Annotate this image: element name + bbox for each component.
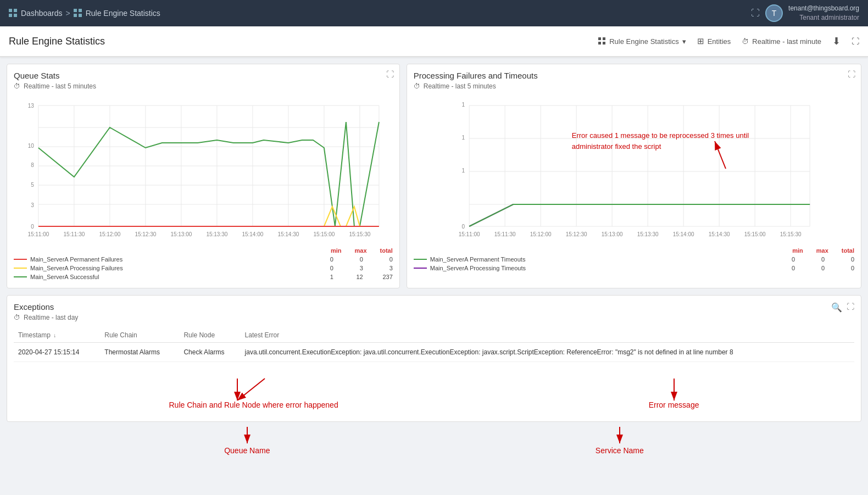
queue-stats-expand[interactable]: ⛶	[386, 70, 394, 79]
queue-stats-title: Queue Stats	[14, 71, 393, 80]
legend-line-successful	[14, 276, 27, 277]
svg-text:15:14:30: 15:14:30	[277, 231, 299, 237]
exceptions-title: Exceptions	[14, 302, 854, 312]
svg-text:1: 1	[461, 102, 465, 108]
service-name-annotation: Service Name	[596, 424, 644, 455]
annotation-rule-chain: Rule Chain and Rule Node where error hap…	[169, 373, 338, 409]
col-timestamp: Timestamp ↓	[14, 328, 100, 343]
processing-failures-time: ⏱ Realtime - last 5 minutes	[414, 82, 854, 90]
svg-text:15:14:00: 15:14:00	[242, 231, 263, 237]
svg-text:15:13:00: 15:13:00	[601, 231, 622, 237]
clock-icon-q: ⏱	[14, 82, 20, 90]
svg-text:15:15:00: 15:15:00	[313, 231, 335, 237]
sub-header-actions: Rule Engine Statistics ▾ ⊞ Entities ⏱ Re…	[598, 35, 859, 47]
legend-row-successful: Main_ServerA Successful 1 12 237	[14, 272, 393, 281]
annotation-text: Error caused 1 message to be reprocessed…	[572, 130, 759, 152]
proc-min: 0	[317, 265, 333, 271]
breadcrumb-page: Rule Engine Statistics	[86, 9, 160, 18]
svg-text:15:12:30: 15:12:30	[565, 231, 587, 237]
dashboards-link[interactable]: Dashboards	[21, 9, 63, 18]
breadcrumb-separator: >	[66, 9, 70, 18]
exceptions-toolbar: 🔍 ⛶	[831, 302, 854, 313]
legend-label-successful: Main_ServerA Successful	[30, 274, 99, 280]
user-info: tenant@thingsboard.org Tenant administra…	[788, 4, 859, 23]
processing-failures-panel: Processing Failures and Timeouts ⏱ Realt…	[407, 64, 861, 288]
svg-text:15:14:00: 15:14:00	[672, 231, 694, 237]
svg-text:0: 0	[31, 224, 34, 230]
svg-text:15:15:30: 15:15:30	[780, 231, 801, 237]
svg-text:13: 13	[28, 103, 35, 109]
svg-text:15:13:00: 15:13:00	[170, 231, 192, 237]
svg-text:3: 3	[31, 202, 34, 208]
fullscreen-icon[interactable]: ⛶	[751, 8, 760, 18]
svg-text:8: 8	[31, 162, 34, 168]
perm-max: 0	[347, 256, 363, 263]
avatar[interactable]: T	[765, 4, 783, 22]
entities-btn[interactable]: ⊞ Entities	[697, 36, 731, 46]
page-title: Rule Engine Statistics	[9, 36, 105, 47]
clock-icon-e: ⏱	[14, 314, 20, 321]
legend-header: min max total	[14, 247, 393, 254]
rule-engine-btn[interactable]: Rule Engine Statistics ▾	[598, 37, 686, 46]
legend-line-permanent	[14, 259, 27, 260]
sort-icon[interactable]: ↓	[53, 332, 56, 338]
succ-min: 1	[317, 274, 333, 280]
legend-line-perm-timeout	[414, 259, 427, 260]
download-btn[interactable]: ⬇	[832, 35, 841, 47]
col-rule-node: Rule Node	[179, 328, 240, 343]
user-role: Tenant administrator	[788, 13, 859, 23]
legend-label-permanent: Main_ServerA Permanent Failures	[30, 256, 123, 263]
svg-line-69	[237, 379, 265, 401]
error-message-annotation: Error message	[649, 401, 699, 409]
processing-failures-expand[interactable]: ⛶	[848, 70, 855, 79]
svg-text:10: 10	[28, 143, 35, 149]
cell-rule-node: Check Alarms	[179, 343, 240, 362]
realtime-label: Realtime - last minute	[752, 37, 821, 46]
svg-text:15:12:00: 15:12:00	[530, 231, 551, 237]
legend-row-processing-failures: Main_ServerA Processing Failures 0 3 3	[14, 264, 393, 272]
breadcrumb: Dashboards > Rule Engine Statistics	[9, 9, 160, 18]
table-row[interactable]: 2020-04-27 15:15:14 Thermostat Alarms Ch…	[14, 343, 854, 362]
queue-stats-svg: 0 3 5 8 10 13 15:11:00 15:11:30 15:12:00…	[14, 94, 393, 243]
succ-total: 237	[376, 274, 393, 280]
svg-text:15:11:00: 15:11:00	[27, 231, 49, 237]
entities-label: Entities	[708, 37, 731, 46]
user-email: tenant@thingsboard.org	[788, 4, 859, 13]
exceptions-time: ⏱ Realtime - last day	[14, 314, 854, 321]
chart-annotations: Queue Name Service Name	[7, 424, 861, 455]
proc-max: 3	[347, 265, 363, 271]
succ-max: 12	[347, 274, 363, 280]
annotation-overlay: Error caused 1 message to be reprocessed…	[572, 130, 759, 176]
queue-name-label: Queue Name	[224, 446, 270, 455]
prt-max: 0	[808, 265, 825, 271]
queue-stats-legend: min max total Main_ServerA Permanent Fai…	[14, 247, 393, 281]
clock-icon-p: ⏱	[414, 82, 420, 90]
table-header-row: Timestamp ↓ Rule Chain Rule Node Latest …	[14, 328, 854, 343]
exceptions-table: Timestamp ↓ Rule Chain Rule Node Latest …	[14, 328, 854, 362]
realtime-btn[interactable]: ⏱ Realtime - last minute	[742, 37, 821, 46]
svg-text:15:14:30: 15:14:30	[708, 231, 730, 237]
dropdown-icon: ▾	[682, 37, 686, 46]
exceptions-fullscreen-icon[interactable]: ⛶	[847, 302, 854, 313]
svg-text:15:13:30: 15:13:30	[637, 231, 658, 237]
svg-text:1: 1	[461, 135, 465, 141]
sub-header: Rule Engine Statistics Rule Engine Stati…	[0, 26, 868, 57]
svg-text:15:11:30: 15:11:30	[494, 231, 515, 237]
charts-row: Queue Stats ⏱ Realtime - last 5 minutes …	[7, 64, 861, 288]
cell-latest-error: java.util.concurrent.ExecutionException:…	[241, 343, 854, 362]
clock-icon: ⏱	[742, 37, 749, 46]
pt-max: 0	[808, 256, 825, 263]
perm-total: 0	[376, 256, 393, 263]
search-icon[interactable]: 🔍	[831, 302, 842, 313]
bottom-annotations: Rule Chain and Rule Node where error hap…	[14, 362, 854, 415]
legend-line-processing	[14, 268, 27, 269]
rule-engine-label: Rule Engine Statistics	[609, 37, 678, 46]
queue-name-annotation: Queue Name	[224, 424, 270, 455]
prt-min: 0	[778, 265, 795, 271]
annotation-error-message: Error message	[649, 373, 699, 409]
cell-timestamp: 2020-04-27 15:15:14	[14, 343, 100, 362]
fullscreen-btn[interactable]: ⛶	[852, 37, 859, 46]
svg-text:15:11:30: 15:11:30	[63, 231, 85, 237]
cell-rule-chain: Thermostat Alarms	[100, 343, 179, 362]
rule-chain-node-annotation: Rule Chain and Rule Node where error hap…	[169, 401, 338, 409]
